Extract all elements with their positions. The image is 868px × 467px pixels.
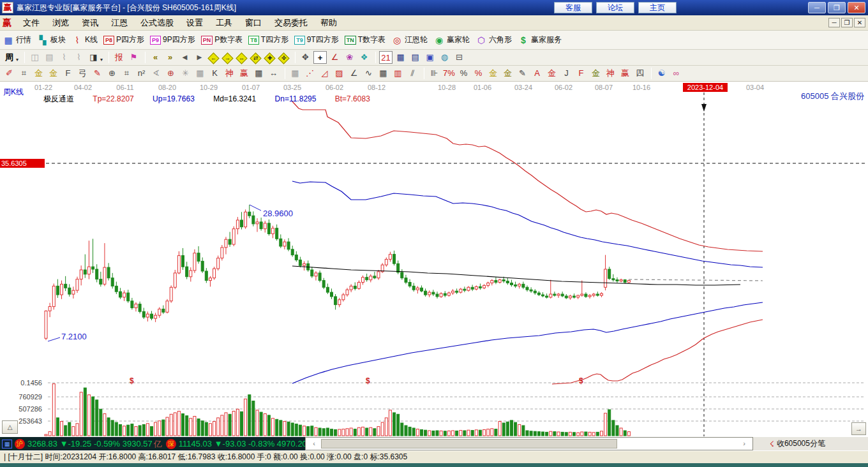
expand-h-diamond[interactable]: ↔ [236, 52, 247, 64]
period-week-dropdown[interactable]: 周 [3, 51, 16, 64]
gold-mark-icon[interactable]: 金 [545, 67, 558, 80]
next-bar-button[interactable]: ► [193, 51, 206, 64]
k-mark-icon[interactable]: Κ [208, 67, 221, 80]
percent-icon[interactable]: % [457, 67, 470, 80]
angle-gray-icon[interactable]: ∢ [149, 67, 163, 80]
cycle-pen-icon[interactable]: ✐ [3, 67, 16, 80]
info-panel-icon[interactable]: ▤ [43, 51, 56, 64]
p9-square-button[interactable]: P99P四方形 [150, 34, 195, 45]
spiral-tool-icon[interactable]: 弓 [76, 67, 89, 80]
horizontal-scrollbar[interactable]: ‹ › [305, 437, 753, 450]
zoom-out-diamond[interactable]: ✜ [278, 52, 289, 64]
small-chart3-icon[interactable]: ⌇ [57, 51, 71, 64]
brush-tool-icon[interactable]: ✎ [516, 67, 529, 80]
four-angle-icon[interactable]: 四 [633, 67, 647, 80]
wave-a-icon[interactable]: A [530, 67, 544, 80]
print-icon[interactable]: ⊟ [453, 51, 466, 64]
candle-style-dropdown[interactable]: ◨ [87, 51, 100, 64]
percent7-icon[interactable]: 7% [442, 67, 456, 80]
period-week-dropdown-arrow[interactable]: ▾ [16, 57, 19, 63]
angle-measure-icon[interactable]: ∠ [328, 51, 341, 64]
compress-h-diamond[interactable]: ⇄ [250, 52, 261, 64]
mdi-minimize-button[interactable]: ─ [828, 18, 840, 27]
star-tool-icon[interactable]: ✳ [179, 67, 192, 80]
f-angle-icon[interactable]: F [574, 67, 588, 80]
trend-angle-icon[interactable]: ∠ [347, 67, 361, 80]
calendar-icon[interactable]: 21 [379, 51, 393, 64]
winner-service-button[interactable]: $赢家服务 [518, 34, 562, 45]
n2-tool-icon[interactable]: n² [135, 67, 148, 80]
chart-area[interactable]: 28.96007.2100$$$ 01-2204-0206-1108-2010-… [0, 82, 868, 437]
small-chart9-icon[interactable]: ⌇ [72, 51, 86, 64]
j-angle-icon[interactable]: J [560, 67, 573, 80]
p-number-table-button[interactable]: PNP数字表 [201, 34, 243, 45]
scale-tool-icon[interactable]: ⊪ [428, 67, 441, 80]
home-button[interactable]: 主页 [638, 2, 677, 13]
menu-item-4[interactable]: 江恩 [105, 17, 134, 29]
scrollbar-left-arrow[interactable]: ‹ [308, 439, 320, 448]
target-tool-icon[interactable]: ⊕ [164, 67, 177, 80]
circle-cycle-icon[interactable]: ⊕ [105, 67, 119, 80]
candle-style-dropdown-arrow[interactable]: ▾ [100, 57, 103, 63]
shift-left-diamond[interactable]: ← [207, 52, 219, 64]
minimize-button[interactable]: ─ [808, 2, 826, 13]
calculator-icon[interactable]: ▦ [394, 51, 407, 64]
save-icon[interactable]: ▣ [423, 51, 437, 64]
teal-tool-icon[interactable]: ❖ [357, 51, 371, 64]
menu-item-3[interactable]: 资讯 [75, 17, 105, 29]
chart-scroll-right-button[interactable]: → [851, 422, 866, 435]
forum-button[interactable]: 论坛 [596, 2, 634, 13]
t-number-table-button[interactable]: TNT数字表 [345, 34, 385, 45]
pan-hand-icon[interactable]: ✥ [299, 51, 312, 64]
gann-box-icon[interactable]: ▨ [333, 67, 346, 80]
f-grid-icon[interactable]: F [61, 67, 75, 80]
t9-square-button[interactable]: T99T四方形 [294, 34, 339, 45]
menu-item-1[interactable]: 文件 [17, 17, 46, 29]
web-icon[interactable]: ◍ [438, 51, 451, 64]
mdi-close-button[interactable]: ✕ [854, 18, 865, 27]
red-pen-icon[interactable]: ✎ [91, 67, 104, 80]
quotes-button[interactable]: ▦行情 [3, 34, 31, 45]
gold-lines-icon[interactable]: 金 [501, 67, 514, 80]
gann-wheel-button[interactable]: ◎江恩轮 [391, 34, 428, 45]
time-grid-icon[interactable]: ⌗ [120, 67, 133, 80]
flag-icon[interactable]: ⚑ [127, 51, 140, 64]
width-tool-icon[interactable]: ↔ [267, 67, 280, 80]
infinity-icon[interactable]: ∞ [670, 67, 683, 80]
percent-lines-icon[interactable]: % [472, 67, 485, 80]
menu-item-6[interactable]: 设置 [180, 17, 209, 29]
menu-item-5[interactable]: 公式选股 [134, 17, 180, 29]
gold-circle-icon[interactable]: 金 [486, 67, 500, 80]
first-bar-button[interactable]: « [149, 51, 162, 64]
taiji-icon[interactable]: ☯ [655, 67, 668, 80]
frame-tool-icon[interactable]: ▦ [288, 67, 302, 80]
win-grid-icon[interactable]: 赢 [237, 67, 251, 80]
box-grid-gray-icon[interactable]: ▦ [193, 67, 207, 80]
hexagon-button[interactable]: ⬡六角形 [475, 34, 512, 45]
shen-grid-icon[interactable]: 神 [223, 67, 236, 80]
zigzag-icon[interactable]: ∿ [362, 67, 375, 80]
menu-item-10[interactable]: 帮助 [314, 17, 343, 29]
gold-grid-icon[interactable]: 金 [32, 67, 45, 80]
menu-item-7[interactable]: 工具 [209, 17, 239, 29]
crosshair-icon[interactable]: + [313, 51, 327, 64]
grid-tool-icon[interactable]: ⌗ [17, 67, 31, 80]
gann-fan-icon[interactable]: ◿ [318, 67, 331, 80]
sectors-button[interactable]: ▚板块 [37, 34, 66, 45]
win-angle-icon[interactable]: 赢 [618, 67, 632, 80]
parallel-lines-icon[interactable]: ⫽ [406, 67, 419, 80]
notes-icon[interactable]: ▤ [408, 51, 422, 64]
red-box-icon[interactable]: ▥ [391, 67, 405, 80]
menu-item-2[interactable]: 浏览 [46, 17, 75, 29]
menu-item-9[interactable]: 交易委托 [268, 17, 314, 29]
last-bar-button[interactable]: » [163, 51, 177, 64]
kline-chart-canvas[interactable]: 28.96007.2100$$$ [0, 82, 868, 437]
mdi-restore-button[interactable]: ❐ [841, 18, 853, 27]
p-square-button[interactable]: P8P四方形 [103, 34, 144, 45]
shift-right-diamond[interactable]: → [221, 52, 233, 64]
gold-angle-icon[interactable]: 金 [589, 67, 602, 80]
scrollbar-right-arrow[interactable]: › [738, 439, 750, 448]
gold-grid2-icon[interactable]: 金 [47, 67, 60, 80]
scrollbar-thumb[interactable] [321, 439, 617, 448]
news-icon[interactable]: 报 [112, 51, 126, 64]
